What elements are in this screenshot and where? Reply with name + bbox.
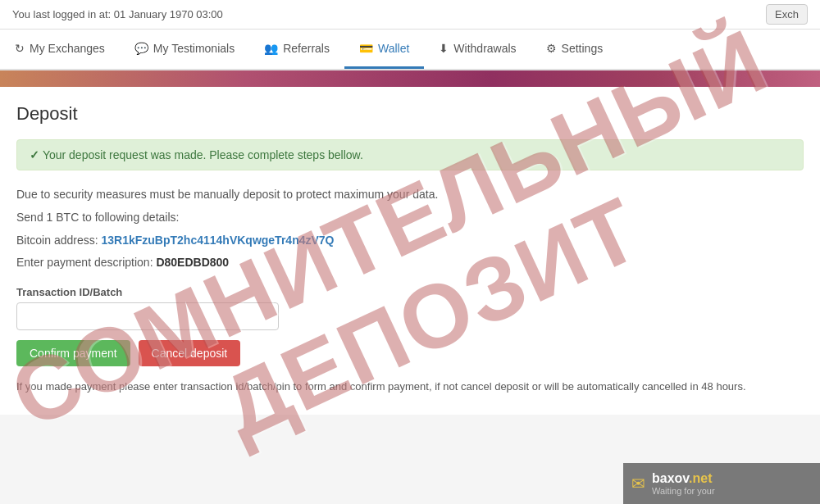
wallet-icon: 💳: [359, 42, 373, 55]
nav-my-exchanges[interactable]: ↻ My Exchanges: [0, 30, 120, 69]
testimonials-icon: 💬: [134, 42, 148, 55]
main-content: Deposit Your deposit request was made. P…: [0, 87, 820, 415]
btc-label: Bitcoin address:: [16, 234, 98, 247]
withdrawals-icon: ⬇: [439, 42, 449, 55]
cancel-deposit-button[interactable]: Cancel deposit: [139, 340, 241, 366]
success-alert: Your deposit request was made. Please co…: [16, 139, 804, 170]
nav-withdrawals[interactable]: ⬇ Withdrawals: [424, 30, 531, 69]
transaction-label: Transaction ID/Batch: [16, 286, 804, 298]
nav-my-testimonials[interactable]: 💬 My Testimonials: [120, 30, 249, 69]
baxov-label: baxov: [652, 471, 689, 485]
envelope-icon: ✉: [631, 474, 645, 493]
confirm-payment-button[interactable]: Confirm payment: [16, 340, 130, 366]
send-instruction: Send 1 BTC to following details:: [16, 208, 804, 228]
decorative-banner: [0, 70, 820, 87]
net-label: .net: [689, 471, 712, 485]
last-login-text: You last logged in at: 01 January 1970 0…: [12, 8, 223, 20]
bottom-watermark: ✉ baxov.net Waiting for your: [623, 463, 820, 504]
navigation-bar: ↻ My Exchanges 💬 My Testimonials 👥 Refer…: [0, 30, 820, 70]
nav-settings[interactable]: ⚙ Settings: [531, 30, 618, 69]
referrals-icon: 👥: [264, 42, 278, 55]
nav-settings-label: Settings: [562, 42, 604, 55]
transaction-field-group: Transaction ID/Batch: [16, 286, 804, 330]
btc-address-value: 13R1kFzuBpT2hc4114hVKqwgeTr4n4zV7Q: [102, 234, 335, 247]
nav-referrals-label: Referrals: [283, 42, 330, 55]
action-buttons: Confirm payment Cancel deposit: [16, 340, 804, 366]
brand-text: baxov.net: [652, 471, 713, 485]
nav-wallet[interactable]: 💳 Wallet: [344, 30, 424, 69]
nav-testimonials-label: My Testimonials: [153, 42, 235, 55]
nav-referrals[interactable]: 👥 Referrals: [249, 30, 344, 69]
exchange-button[interactable]: Exch: [766, 4, 808, 25]
top-bar: You last logged in at: 01 January 1970 0…: [0, 0, 820, 30]
deposit-info: Due to security measures must be manuall…: [16, 185, 804, 273]
btc-address-line: Bitcoin address: 13R1kFzuBpT2hc4114hVKqw…: [16, 231, 804, 251]
payment-desc-value: D80EDBD800: [156, 256, 229, 269]
payment-desc-label: Enter payment description:: [16, 256, 153, 269]
transaction-input[interactable]: [16, 302, 279, 330]
page-title: Deposit: [16, 103, 804, 125]
nav-withdrawals-label: Withdrawals: [453, 42, 516, 55]
waiting-text: Waiting for your: [652, 486, 715, 496]
security-note: Due to security measures must be manuall…: [16, 185, 804, 205]
footer-note: If you made payment please enter transac…: [16, 379, 804, 395]
nav-exchanges-label: My Exchanges: [30, 42, 105, 55]
nav-wallet-label: Wallet: [378, 42, 409, 55]
bottom-watermark-content: baxov.net Waiting for your: [652, 471, 715, 496]
settings-icon: ⚙: [546, 42, 557, 55]
exchanges-icon: ↻: [15, 42, 25, 55]
payment-desc-line: Enter payment description: D80EDBD800: [16, 253, 804, 273]
